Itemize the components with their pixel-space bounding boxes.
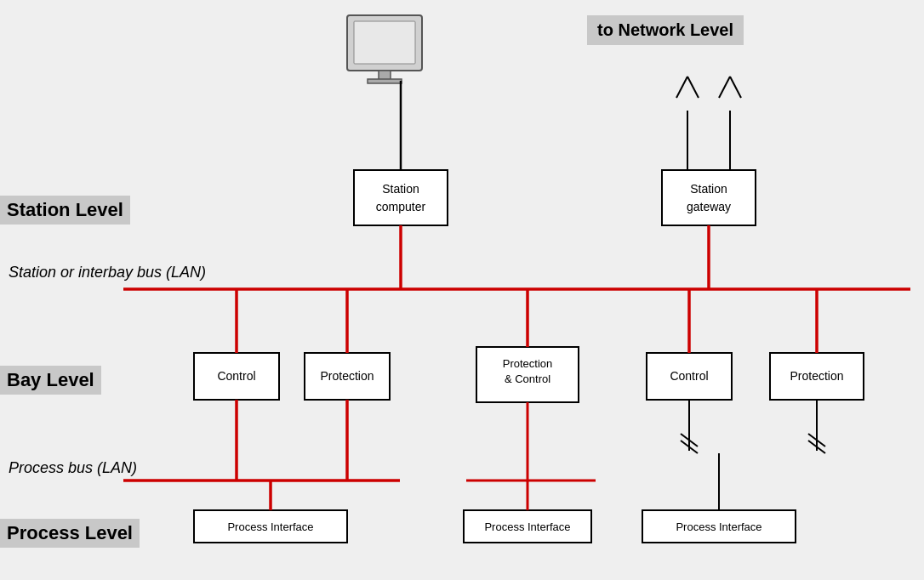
svg-rect-49 xyxy=(464,510,591,543)
svg-rect-51 xyxy=(642,510,796,543)
svg-rect-20 xyxy=(194,353,279,400)
svg-line-16 xyxy=(730,77,741,98)
svg-rect-1 xyxy=(354,21,415,64)
svg-rect-47 xyxy=(194,510,347,543)
svg-line-43 xyxy=(681,441,698,453)
svg-text:Protection: Protection xyxy=(790,369,843,383)
svg-line-13 xyxy=(676,77,687,98)
process-bus-label: Process bus (LAN) xyxy=(9,459,137,477)
svg-rect-27 xyxy=(647,353,732,400)
network-level-label: to Network Level xyxy=(587,15,744,45)
process-level-label: Process Level xyxy=(0,519,140,548)
svg-text:& Control: & Control xyxy=(505,372,550,385)
svg-text:Protection: Protection xyxy=(503,357,553,370)
svg-rect-4 xyxy=(354,170,448,225)
svg-text:computer: computer xyxy=(376,200,426,213)
svg-line-42 xyxy=(681,434,698,446)
svg-text:gateway: gateway xyxy=(687,200,731,213)
svg-text:Protection: Protection xyxy=(320,369,374,383)
svg-line-45 xyxy=(808,434,825,446)
svg-rect-29 xyxy=(770,353,864,400)
station-level-label: Station Level xyxy=(0,196,130,225)
svg-rect-2 xyxy=(379,71,391,81)
svg-line-15 xyxy=(719,77,730,98)
svg-rect-7 xyxy=(662,170,756,225)
svg-text:Control: Control xyxy=(217,369,255,383)
svg-rect-24 xyxy=(476,347,579,402)
svg-rect-0 xyxy=(347,15,422,71)
diagram-container: to Network Level Station Level Bay Level… xyxy=(0,0,924,580)
svg-rect-3 xyxy=(368,79,402,83)
bay-level-label: Bay Level xyxy=(0,366,101,395)
svg-text:Control: Control xyxy=(670,369,708,383)
svg-line-14 xyxy=(687,77,699,98)
svg-text:Process Interface: Process Interface xyxy=(676,520,761,533)
svg-rect-22 xyxy=(305,353,390,400)
svg-text:Station: Station xyxy=(690,182,727,196)
svg-text:Process Interface: Process Interface xyxy=(227,520,313,533)
diagram-svg: Station computer Station gateway Control xyxy=(0,0,924,580)
svg-text:Process Interface: Process Interface xyxy=(484,520,570,533)
svg-line-46 xyxy=(808,441,825,453)
svg-text:Station: Station xyxy=(382,182,419,196)
station-bus-label: Station or interbay bus (LAN) xyxy=(9,264,206,281)
